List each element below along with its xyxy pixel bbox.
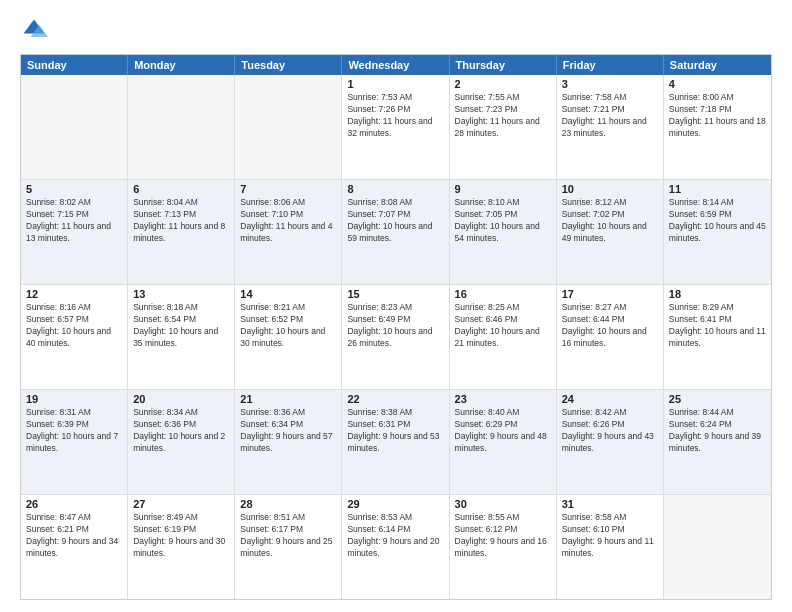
day-number: 4	[669, 78, 766, 90]
day-number: 2	[455, 78, 551, 90]
empty-cell	[235, 75, 342, 179]
day-cell-13: 13Sunrise: 8:18 AM Sunset: 6:54 PM Dayli…	[128, 285, 235, 389]
day-number: 16	[455, 288, 551, 300]
day-number: 15	[347, 288, 443, 300]
day-number: 20	[133, 393, 229, 405]
day-number: 17	[562, 288, 658, 300]
day-cell-2: 2Sunrise: 7:55 AM Sunset: 7:23 PM Daylig…	[450, 75, 557, 179]
weekday-header-thursday: Thursday	[450, 55, 557, 75]
day-details: Sunrise: 8:00 AM Sunset: 7:18 PM Dayligh…	[669, 92, 766, 140]
empty-cell	[21, 75, 128, 179]
day-number: 22	[347, 393, 443, 405]
day-details: Sunrise: 8:06 AM Sunset: 7:10 PM Dayligh…	[240, 197, 336, 245]
day-details: Sunrise: 8:12 AM Sunset: 7:02 PM Dayligh…	[562, 197, 658, 245]
day-details: Sunrise: 7:58 AM Sunset: 7:21 PM Dayligh…	[562, 92, 658, 140]
day-details: Sunrise: 7:53 AM Sunset: 7:26 PM Dayligh…	[347, 92, 443, 140]
day-cell-17: 17Sunrise: 8:27 AM Sunset: 6:44 PM Dayli…	[557, 285, 664, 389]
day-cell-25: 25Sunrise: 8:44 AM Sunset: 6:24 PM Dayli…	[664, 390, 771, 494]
header	[20, 16, 772, 44]
calendar-week-3: 12Sunrise: 8:16 AM Sunset: 6:57 PM Dayli…	[21, 285, 771, 390]
day-number: 30	[455, 498, 551, 510]
calendar: SundayMondayTuesdayWednesdayThursdayFrid…	[20, 54, 772, 600]
day-number: 1	[347, 78, 443, 90]
day-details: Sunrise: 8:27 AM Sunset: 6:44 PM Dayligh…	[562, 302, 658, 350]
day-number: 25	[669, 393, 766, 405]
day-details: Sunrise: 8:40 AM Sunset: 6:29 PM Dayligh…	[455, 407, 551, 455]
day-cell-15: 15Sunrise: 8:23 AM Sunset: 6:49 PM Dayli…	[342, 285, 449, 389]
calendar-week-4: 19Sunrise: 8:31 AM Sunset: 6:39 PM Dayli…	[21, 390, 771, 495]
day-details: Sunrise: 8:42 AM Sunset: 6:26 PM Dayligh…	[562, 407, 658, 455]
day-cell-5: 5Sunrise: 8:02 AM Sunset: 7:15 PM Daylig…	[21, 180, 128, 284]
day-cell-24: 24Sunrise: 8:42 AM Sunset: 6:26 PM Dayli…	[557, 390, 664, 494]
day-details: Sunrise: 8:44 AM Sunset: 6:24 PM Dayligh…	[669, 407, 766, 455]
day-cell-11: 11Sunrise: 8:14 AM Sunset: 6:59 PM Dayli…	[664, 180, 771, 284]
day-details: Sunrise: 8:58 AM Sunset: 6:10 PM Dayligh…	[562, 512, 658, 560]
day-cell-7: 7Sunrise: 8:06 AM Sunset: 7:10 PM Daylig…	[235, 180, 342, 284]
day-details: Sunrise: 8:16 AM Sunset: 6:57 PM Dayligh…	[26, 302, 122, 350]
day-number: 28	[240, 498, 336, 510]
day-cell-22: 22Sunrise: 8:38 AM Sunset: 6:31 PM Dayli…	[342, 390, 449, 494]
day-cell-19: 19Sunrise: 8:31 AM Sunset: 6:39 PM Dayli…	[21, 390, 128, 494]
day-number: 7	[240, 183, 336, 195]
day-cell-8: 8Sunrise: 8:08 AM Sunset: 7:07 PM Daylig…	[342, 180, 449, 284]
day-details: Sunrise: 8:53 AM Sunset: 6:14 PM Dayligh…	[347, 512, 443, 560]
day-number: 21	[240, 393, 336, 405]
day-details: Sunrise: 8:49 AM Sunset: 6:19 PM Dayligh…	[133, 512, 229, 560]
calendar-week-2: 5Sunrise: 8:02 AM Sunset: 7:15 PM Daylig…	[21, 180, 771, 285]
day-number: 12	[26, 288, 122, 300]
day-cell-3: 3Sunrise: 7:58 AM Sunset: 7:21 PM Daylig…	[557, 75, 664, 179]
day-details: Sunrise: 8:14 AM Sunset: 6:59 PM Dayligh…	[669, 197, 766, 245]
day-details: Sunrise: 8:04 AM Sunset: 7:13 PM Dayligh…	[133, 197, 229, 245]
day-details: Sunrise: 8:02 AM Sunset: 7:15 PM Dayligh…	[26, 197, 122, 245]
day-number: 11	[669, 183, 766, 195]
weekday-header-tuesday: Tuesday	[235, 55, 342, 75]
day-number: 27	[133, 498, 229, 510]
day-cell-10: 10Sunrise: 8:12 AM Sunset: 7:02 PM Dayli…	[557, 180, 664, 284]
day-cell-18: 18Sunrise: 8:29 AM Sunset: 6:41 PM Dayli…	[664, 285, 771, 389]
day-details: Sunrise: 8:36 AM Sunset: 6:34 PM Dayligh…	[240, 407, 336, 455]
day-number: 9	[455, 183, 551, 195]
day-cell-14: 14Sunrise: 8:21 AM Sunset: 6:52 PM Dayli…	[235, 285, 342, 389]
logo-icon	[20, 16, 48, 44]
day-number: 31	[562, 498, 658, 510]
calendar-header: SundayMondayTuesdayWednesdayThursdayFrid…	[21, 55, 771, 75]
day-cell-23: 23Sunrise: 8:40 AM Sunset: 6:29 PM Dayli…	[450, 390, 557, 494]
day-cell-4: 4Sunrise: 8:00 AM Sunset: 7:18 PM Daylig…	[664, 75, 771, 179]
day-number: 23	[455, 393, 551, 405]
weekday-header-monday: Monday	[128, 55, 235, 75]
day-details: Sunrise: 7:55 AM Sunset: 7:23 PM Dayligh…	[455, 92, 551, 140]
day-cell-1: 1Sunrise: 7:53 AM Sunset: 7:26 PM Daylig…	[342, 75, 449, 179]
empty-cell	[664, 495, 771, 599]
weekday-header-friday: Friday	[557, 55, 664, 75]
day-cell-29: 29Sunrise: 8:53 AM Sunset: 6:14 PM Dayli…	[342, 495, 449, 599]
calendar-body: 1Sunrise: 7:53 AM Sunset: 7:26 PM Daylig…	[21, 75, 771, 599]
day-details: Sunrise: 8:38 AM Sunset: 6:31 PM Dayligh…	[347, 407, 443, 455]
day-details: Sunrise: 8:51 AM Sunset: 6:17 PM Dayligh…	[240, 512, 336, 560]
page: SundayMondayTuesdayWednesdayThursdayFrid…	[0, 0, 792, 612]
weekday-header-wednesday: Wednesday	[342, 55, 449, 75]
day-number: 18	[669, 288, 766, 300]
day-details: Sunrise: 8:47 AM Sunset: 6:21 PM Dayligh…	[26, 512, 122, 560]
day-details: Sunrise: 8:23 AM Sunset: 6:49 PM Dayligh…	[347, 302, 443, 350]
logo	[20, 16, 52, 44]
day-number: 3	[562, 78, 658, 90]
day-details: Sunrise: 8:08 AM Sunset: 7:07 PM Dayligh…	[347, 197, 443, 245]
day-number: 10	[562, 183, 658, 195]
day-cell-16: 16Sunrise: 8:25 AM Sunset: 6:46 PM Dayli…	[450, 285, 557, 389]
day-number: 19	[26, 393, 122, 405]
day-number: 8	[347, 183, 443, 195]
day-number: 29	[347, 498, 443, 510]
day-cell-26: 26Sunrise: 8:47 AM Sunset: 6:21 PM Dayli…	[21, 495, 128, 599]
day-cell-28: 28Sunrise: 8:51 AM Sunset: 6:17 PM Dayli…	[235, 495, 342, 599]
day-cell-6: 6Sunrise: 8:04 AM Sunset: 7:13 PM Daylig…	[128, 180, 235, 284]
day-cell-21: 21Sunrise: 8:36 AM Sunset: 6:34 PM Dayli…	[235, 390, 342, 494]
day-details: Sunrise: 8:10 AM Sunset: 7:05 PM Dayligh…	[455, 197, 551, 245]
day-cell-30: 30Sunrise: 8:55 AM Sunset: 6:12 PM Dayli…	[450, 495, 557, 599]
day-details: Sunrise: 8:21 AM Sunset: 6:52 PM Dayligh…	[240, 302, 336, 350]
day-number: 26	[26, 498, 122, 510]
day-details: Sunrise: 8:55 AM Sunset: 6:12 PM Dayligh…	[455, 512, 551, 560]
day-details: Sunrise: 8:29 AM Sunset: 6:41 PM Dayligh…	[669, 302, 766, 350]
day-number: 13	[133, 288, 229, 300]
calendar-week-1: 1Sunrise: 7:53 AM Sunset: 7:26 PM Daylig…	[21, 75, 771, 180]
weekday-header-sunday: Sunday	[21, 55, 128, 75]
